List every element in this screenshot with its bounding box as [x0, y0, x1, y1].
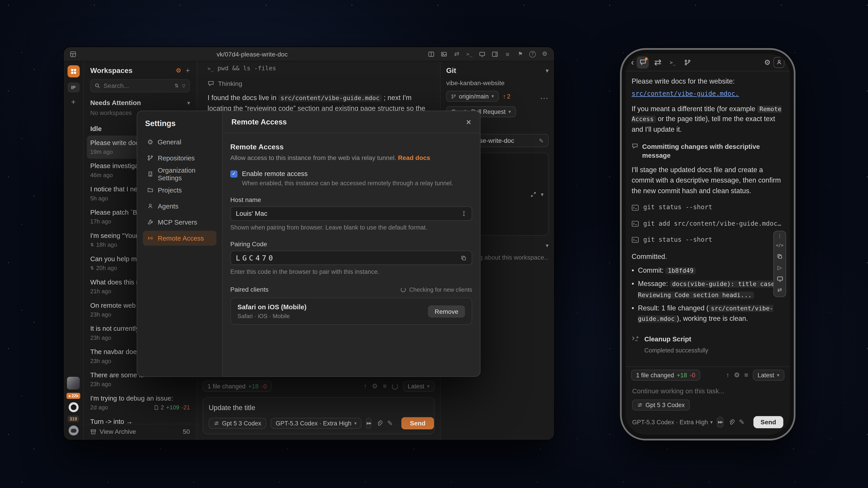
- flag-icon[interactable]: ⚑: [517, 50, 524, 58]
- sort-icon[interactable]: ⇅: [175, 83, 179, 88]
- workspace-item[interactable]: I'm trying to debug an issue: 2d ago 2+1…: [87, 391, 193, 414]
- host-name-value[interactable]: [236, 210, 461, 217]
- app-logo[interactable]: [67, 65, 80, 77]
- filter-icon[interactable]: ▽: [182, 84, 185, 88]
- copy-icon[interactable]: [461, 255, 467, 261]
- pairing-code-input[interactable]: [230, 251, 472, 265]
- view-archive-button[interactable]: View Archive 50: [84, 424, 197, 440]
- diff-summary-chip[interactable]: 1 file changed+18-0: [631, 369, 700, 381]
- fast-forward-button[interactable]: ▶▶: [717, 417, 723, 428]
- send-button[interactable]: Send: [753, 416, 783, 428]
- discord-icon[interactable]: [68, 425, 78, 435]
- remove-client-button[interactable]: Remove: [428, 305, 465, 318]
- code-icon[interactable]: </>: [775, 240, 784, 250]
- diff-summary-chip[interactable]: 1 file changed+18-0: [203, 381, 272, 392]
- workspace-search[interactable]: ⇅ ▽: [90, 79, 190, 92]
- chevron-down-icon[interactable]: ▾: [541, 157, 544, 232]
- grid-icon[interactable]: [69, 50, 77, 58]
- terminal-command[interactable]: git status --short: [631, 235, 784, 245]
- git-compare-icon[interactable]: ⇄: [453, 50, 460, 58]
- org-avatar-ip[interactable]: IP: [67, 83, 80, 92]
- tab-git[interactable]: ⇄: [652, 56, 664, 68]
- paperclip-icon[interactable]: [728, 419, 735, 425]
- display-icon[interactable]: [478, 50, 486, 58]
- chevron-down-icon[interactable]: ▾: [187, 100, 190, 105]
- phone-input-field[interactable]: [632, 387, 783, 395]
- cleanup-script-row[interactable]: Cleanup Script Completed successfully: [631, 334, 784, 355]
- gear-icon[interactable]: ⚙: [734, 371, 740, 379]
- message-input[interactable]: [209, 404, 428, 412]
- fast-forward-button[interactable]: ▶▶: [366, 418, 372, 429]
- nav-organization-settings[interactable]: Organization Settings: [143, 166, 217, 182]
- nav-remote-access[interactable]: Remote Access: [143, 231, 217, 246]
- back-icon[interactable]: ‹: [631, 57, 634, 67]
- more-icon[interactable]: …: [540, 91, 549, 101]
- read-docs-link[interactable]: Read docs: [398, 154, 430, 161]
- pen-icon[interactable]: ✎: [387, 419, 393, 427]
- paperclip-icon[interactable]: [376, 420, 383, 427]
- enable-remote-access-checkbox[interactable]: ✓: [230, 170, 238, 177]
- workspace-item[interactable]: Turn -> into → 2d ago 3+412-0: [87, 414, 193, 424]
- file-link[interactable]: src/content/vibe-guide.mdoc.: [631, 90, 739, 97]
- git-header[interactable]: Git: [446, 66, 456, 75]
- host-name-input[interactable]: [230, 206, 472, 221]
- github-icon[interactable]: [68, 402, 78, 412]
- terminal-command[interactable]: git add src/content/vibe-guide.mdoc && g…: [631, 219, 784, 228]
- github-stars-badge[interactable]: ★22k: [66, 393, 80, 399]
- tab-chat[interactable]: [637, 56, 649, 68]
- user-avatar[interactable]: [67, 377, 80, 390]
- git-compare-icon[interactable]: ⇄: [775, 285, 784, 294]
- phone-message-input[interactable]: [625, 383, 790, 396]
- drag-handle-icon[interactable]: ⋮: [775, 233, 784, 239]
- remote-branch-dropdown[interactable]: origin/main ▾: [446, 91, 499, 102]
- pairing-code-value[interactable]: [236, 254, 460, 262]
- nav-mcp-servers[interactable]: MCP Servers: [143, 215, 217, 230]
- close-icon[interactable]: ×: [466, 117, 471, 127]
- profile-avatar[interactable]: [773, 57, 784, 68]
- text-cursor-icon[interactable]: [461, 211, 467, 216]
- nav-agents[interactable]: Agents: [143, 199, 217, 214]
- chevron-down-icon[interactable]: ▾: [546, 68, 549, 74]
- tab-terminal[interactable]: >_: [666, 56, 679, 68]
- layout-icon[interactable]: [428, 50, 435, 58]
- expand-icon[interactable]: [530, 157, 536, 232]
- play-icon[interactable]: ▷: [775, 263, 784, 272]
- sparkle-icon[interactable]: ⚙: [176, 67, 181, 74]
- tab-branch[interactable]: [682, 56, 694, 68]
- model-select[interactable]: GPT-5.3 Codex · Extra High▾: [271, 418, 362, 429]
- nav-repositories[interactable]: Repositories: [143, 151, 217, 165]
- display-icon[interactable]: [775, 274, 784, 283]
- discord-count-badge[interactable]: 319: [67, 416, 79, 422]
- enable-remote-access-label[interactable]: Enable remote access: [242, 170, 308, 177]
- help-icon[interactable]: ?: [529, 51, 536, 57]
- needs-attention-label[interactable]: Needs Attention: [90, 99, 141, 107]
- settings-icon[interactable]: ⚙: [541, 50, 549, 58]
- latest-dropdown[interactable]: Latest▾: [403, 381, 435, 392]
- idle-label[interactable]: Idle: [90, 125, 102, 133]
- model-select[interactable]: GPT-5.3 Codex · Extra High▾: [632, 419, 713, 425]
- model-chip[interactable]: Gpt 5 3 Codex: [632, 399, 690, 411]
- queue-icon[interactable]: ≡: [744, 371, 748, 379]
- model-chip[interactable]: Gpt 5 3 Codex: [209, 418, 266, 429]
- copy-icon[interactable]: [775, 252, 784, 261]
- nav-general[interactable]: ⚙General: [143, 134, 217, 149]
- search-input[interactable]: [103, 83, 171, 89]
- latest-dropdown[interactable]: Latest▾: [752, 369, 784, 381]
- message-composer[interactable]: Gpt 5 3 Codex GPT-5.3 Codex · Extra High…: [203, 397, 434, 434]
- push-icon[interactable]: ↑: [726, 371, 730, 379]
- chevron-down-icon[interactable]: ▾: [546, 242, 549, 249]
- nav-projects[interactable]: Projects: [143, 183, 217, 197]
- edit-icon[interactable]: ✎: [539, 138, 544, 144]
- terminal-icon[interactable]: >_: [466, 50, 473, 58]
- sidebar-icon[interactable]: [491, 50, 499, 58]
- push-icon[interactable]: ↑: [364, 382, 367, 390]
- gear-icon[interactable]: ⚙: [764, 58, 771, 66]
- terminal-command[interactable]: git status --short: [631, 203, 784, 212]
- add-org-button[interactable]: +: [71, 97, 75, 106]
- queue-icon[interactable]: ≡: [383, 382, 386, 390]
- phone-chat[interactable]: Please write docs for the website: src/c…: [625, 71, 790, 366]
- pen-icon[interactable]: ✎: [739, 418, 745, 426]
- command-row[interactable]: >_ pwd && ls -files: [208, 65, 430, 72]
- menu-icon[interactable]: ≡: [504, 50, 512, 58]
- gear-icon[interactable]: ⚙: [372, 382, 378, 390]
